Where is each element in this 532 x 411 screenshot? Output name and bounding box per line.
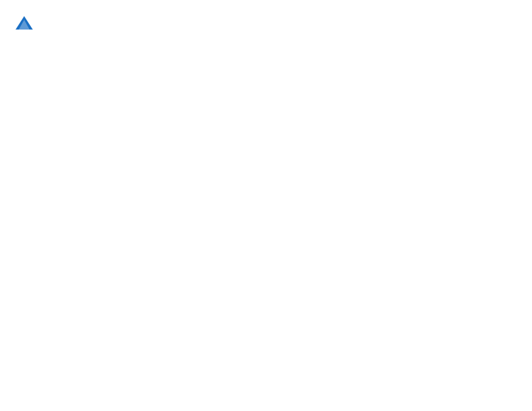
logo-icon — [13, 13, 35, 35]
page-header — [13, 13, 519, 35]
logo — [13, 13, 38, 35]
